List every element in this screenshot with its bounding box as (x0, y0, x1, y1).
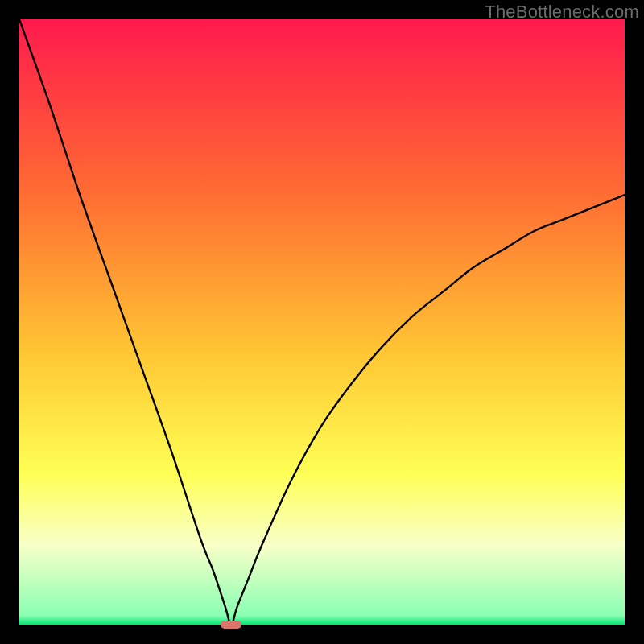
bottleneck-chart (19, 19, 625, 625)
watermark-text: TheBottleneck.com (485, 2, 639, 23)
gradient-background (19, 19, 625, 625)
optimal-point-marker (221, 621, 242, 630)
chart-frame (19, 19, 625, 625)
